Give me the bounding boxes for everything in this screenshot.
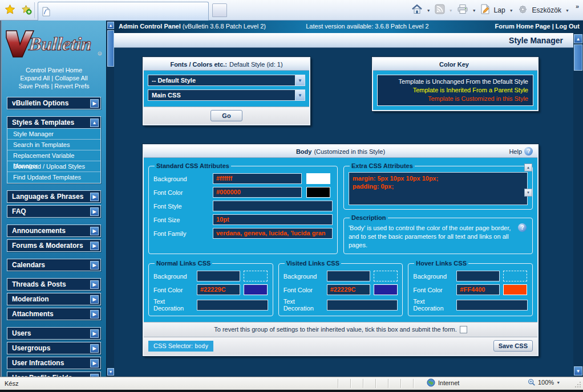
- expand-arrow-icon[interactable]: ▶: [90, 295, 99, 304]
- zoom-control[interactable]: 100% ▼: [528, 378, 560, 386]
- favorites-icon[interactable]: [5, 4, 15, 15]
- css-group-select[interactable]: Main CSS ▼: [148, 89, 305, 101]
- font-color-input[interactable]: #000000: [213, 187, 302, 198]
- expand-arrow-icon[interactable]: ▶: [90, 344, 99, 353]
- sidebar-section-usergroups[interactable]: Usergroups ▶: [7, 342, 101, 354]
- visited-font-color-swatch[interactable]: [374, 284, 398, 295]
- expand-arrow-icon[interactable]: ▶: [90, 207, 99, 216]
- tools-gear-icon[interactable]: [517, 4, 528, 17]
- revert-prefs-link[interactable]: Revert Prefs: [54, 83, 89, 89]
- main-scrollbar[interactable]: ▲ ▼: [573, 33, 583, 377]
- sidebar-section-vbulletin-options[interactable]: vBulletin Options ▶: [7, 97, 101, 109]
- sidebar-section-threads-posts[interactable]: Threads & Posts ▶: [7, 278, 101, 291]
- sidebar-section-styles-templates[interactable]: Styles & Templates ▲: [7, 116, 101, 129]
- background-input[interactable]: #ffffff: [213, 173, 302, 184]
- sidebar-section-languages-phrases[interactable]: Languages & Phrases ▶: [7, 190, 101, 203]
- expand-arrow-icon[interactable]: ▶: [90, 193, 99, 201]
- hover-text-decoration-input[interactable]: [456, 300, 528, 311]
- scroll-down-icon[interactable]: ▼: [107, 368, 114, 375]
- control-panel-home-link[interactable]: Control Panel Home: [26, 67, 82, 74]
- sidebar-section-moderation[interactable]: Moderation ▶: [7, 293, 101, 305]
- go-button[interactable]: Go: [210, 110, 242, 121]
- normal-font-color-input[interactable]: #22229C: [197, 284, 240, 295]
- normal-text-decoration-input[interactable]: [197, 300, 268, 311]
- normal-background-swatch[interactable]: [244, 271, 268, 281]
- sidebar-section-user-infractions[interactable]: User Infractions ▶: [7, 357, 101, 369]
- page-menu-label[interactable]: Lap: [494, 6, 505, 14]
- visited-font-color-input[interactable]: #22229C: [327, 284, 370, 295]
- font-size-input[interactable]: 10pt: [213, 214, 333, 225]
- expand-arrow-icon[interactable]: ▶: [90, 310, 99, 318]
- chevron-down-icon[interactable]: ▼: [295, 90, 305, 100]
- scroll-up-icon[interactable]: ▲: [524, 164, 532, 172]
- expand-arrow-icon[interactable]: ▶: [90, 227, 99, 235]
- page-menu-icon[interactable]: [480, 4, 490, 17]
- font-color-swatch[interactable]: [306, 187, 330, 198]
- expand-arrow-icon[interactable]: ▶: [90, 242, 99, 250]
- style-select[interactable]: -- Default Style ▼: [148, 75, 305, 86]
- scroll-down-icon[interactable]: ▼: [524, 189, 532, 197]
- collapse-arrow-icon[interactable]: ▲: [90, 119, 99, 127]
- help-icon[interactable]: ?: [524, 147, 533, 156]
- expand-arrow-icon[interactable]: ▶: [90, 359, 99, 368]
- scrollbar-thumb[interactable]: [107, 30, 114, 67]
- browser-tab[interactable]: [38, 2, 209, 21]
- sidebar-section-user-profile-fields[interactable]: User Profile Fields ▶: [7, 371, 101, 377]
- forum-home-link[interactable]: Forum Home Page: [495, 23, 550, 30]
- visited-text-decoration-input[interactable]: [327, 300, 398, 311]
- normal-font-color-swatch[interactable]: [244, 284, 268, 295]
- new-tab-button[interactable]: [212, 3, 227, 17]
- sidebar-item-find-updated-templates[interactable]: Find Updated Templates: [7, 172, 100, 183]
- chevron-down-icon[interactable]: ▼: [295, 75, 305, 85]
- normal-background-input[interactable]: [197, 271, 240, 281]
- sidebar-item-search-templates[interactable]: Search in Templates: [7, 140, 100, 150]
- expand-all-link[interactable]: Expand All: [20, 75, 50, 81]
- security-zone[interactable]: Internet: [427, 378, 459, 387]
- visited-background-input[interactable]: [327, 271, 370, 281]
- expand-arrow-icon[interactable]: ▶: [90, 329, 99, 338]
- scroll-down-icon[interactable]: ▼: [574, 366, 582, 375]
- sidebar-section-attachments[interactable]: Attachments ▶: [7, 308, 101, 320]
- sidebar-item-style-manager[interactable]: Style Manager: [7, 129, 100, 140]
- help-label[interactable]: Help: [509, 148, 522, 155]
- save-css-button[interactable]: Save CSS: [493, 340, 533, 352]
- expand-arrow-icon[interactable]: ▶: [90, 280, 99, 289]
- revert-checkbox[interactable]: [460, 326, 467, 333]
- print-dropdown-icon[interactable]: ▼: [472, 9, 476, 13]
- tools-dropdown-icon[interactable]: ▼: [565, 9, 569, 13]
- background-swatch[interactable]: [306, 173, 330, 184]
- save-prefs-link[interactable]: Save Prefs: [19, 83, 50, 89]
- page-dropdown-icon[interactable]: ▼: [509, 9, 513, 13]
- logout-link[interactable]: Log Out: [556, 23, 580, 30]
- scroll-up-icon[interactable]: ▲: [574, 34, 582, 43]
- sidebar-section-faq[interactable]: FAQ ▶: [7, 205, 101, 218]
- zoom-dropdown-icon[interactable]: ▼: [556, 381, 560, 385]
- expand-arrow-icon[interactable]: ▶: [90, 261, 99, 270]
- visited-background-swatch[interactable]: [374, 271, 398, 281]
- print-icon[interactable]: [457, 4, 468, 17]
- sidebar-section-announcements[interactable]: Announcements ▶: [7, 224, 101, 237]
- sidebar-scrollbar[interactable]: ▲ ▼: [106, 21, 114, 377]
- scroll-up-icon[interactable]: ▲: [107, 22, 114, 29]
- toolbar-overflow-icon[interactable]: »: [576, 3, 578, 10]
- home-icon[interactable]: [411, 4, 423, 17]
- sidebar-section-calendars[interactable]: Calendars ▶: [7, 259, 101, 271]
- sidebar-item-download-upload-styles[interactable]: Download / Upload Styles: [7, 161, 100, 172]
- sidebar-item-replacement-variable-manager[interactable]: Replacement Variable Manager: [7, 150, 100, 161]
- help-icon[interactable]: ?: [518, 223, 527, 232]
- resize-grip[interactable]: [574, 381, 582, 389]
- expand-arrow-icon[interactable]: ▶: [90, 99, 99, 108]
- sidebar-section-forums-moderators[interactable]: Forums & Moderators ▶: [7, 239, 101, 252]
- hover-font-color-input[interactable]: #FF4400: [456, 284, 500, 295]
- extra-css-textarea[interactable]: margin: 5px 10px 10px 10px; padding: 0px…: [349, 172, 528, 205]
- sidebar-section-users[interactable]: Users ▶: [7, 327, 101, 340]
- font-style-input[interactable]: [213, 201, 333, 211]
- collapse-all-link[interactable]: Collapse All: [55, 75, 87, 81]
- home-dropdown-icon[interactable]: ▼: [427, 9, 431, 13]
- tools-menu-label[interactable]: Eszközök: [532, 6, 561, 14]
- hover-background-input[interactable]: [456, 271, 500, 281]
- hover-font-color-swatch[interactable]: [503, 284, 527, 295]
- font-family-input[interactable]: verdana, geneva, lucida, 'lucida gran: [213, 228, 333, 239]
- add-favorite-icon[interactable]: [21, 4, 32, 15]
- scrollbar-thumb[interactable]: [574, 44, 582, 71]
